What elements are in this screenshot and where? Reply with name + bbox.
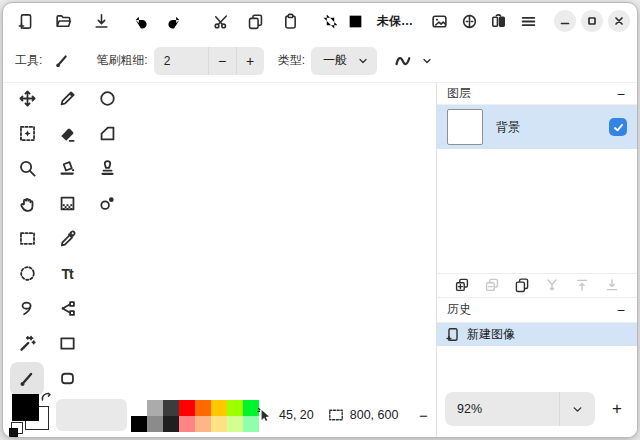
- hamburger-menu-icon: [520, 13, 537, 30]
- zoom-level-dropdown[interactable]: 92%: [445, 392, 595, 426]
- main-menu-button[interactable]: [516, 8, 540, 34]
- open-folder-icon: [55, 13, 72, 30]
- swap-colors-button[interactable]: [40, 391, 55, 406]
- toolbox-spacer: [90, 362, 124, 396]
- palette-swatch[interactable]: [147, 400, 163, 416]
- color-chooser-button[interactable]: [56, 399, 127, 431]
- merge-layer-button[interactable]: [543, 276, 561, 294]
- save-button[interactable]: [89, 8, 113, 34]
- stroke-style-chevron[interactable]: [419, 48, 435, 74]
- tool-region-select[interactable]: [10, 117, 44, 151]
- raise-layer-icon: [574, 277, 590, 293]
- tool-free-select[interactable]: [10, 292, 44, 326]
- palette-swatch[interactable]: [163, 416, 179, 432]
- canvas-size-value: 800, 600: [350, 408, 399, 422]
- cursor-position-value: 45, 20: [279, 408, 314, 422]
- stroke-style-button[interactable]: [389, 48, 419, 74]
- foreground-color-swatch[interactable]: [12, 394, 39, 421]
- copy-button[interactable]: [243, 8, 267, 34]
- palette-swatch[interactable]: [195, 416, 211, 432]
- tool-text[interactable]: Tt: [50, 257, 84, 291]
- brush-type-dropdown[interactable]: 一般: [311, 47, 377, 75]
- color-palette: [131, 400, 259, 432]
- paste-button[interactable]: [278, 8, 302, 34]
- palette-swatch[interactable]: [147, 416, 163, 432]
- tool-zoom[interactable]: [10, 152, 44, 186]
- layers-collapse-button[interactable]: −: [615, 86, 627, 102]
- tool-ellipse-select[interactable]: [10, 257, 44, 291]
- minimize-button[interactable]: [554, 10, 576, 32]
- layer-visible-checkbox[interactable]: [609, 118, 627, 136]
- tool-shape[interactable]: [90, 117, 124, 151]
- brush-size-decrease-button[interactable]: −: [208, 47, 236, 75]
- tool-stamp[interactable]: [90, 152, 124, 186]
- tool-pan[interactable]: [10, 187, 44, 221]
- maximize-button[interactable]: [581, 10, 603, 32]
- palette-swatch[interactable]: [211, 400, 227, 416]
- current-tool-button[interactable]: [50, 48, 74, 74]
- palette-swatch[interactable]: [227, 400, 243, 416]
- brush-size-value[interactable]: 2: [154, 54, 208, 68]
- redo-icon: [165, 13, 182, 30]
- tool-rect-select[interactable]: [10, 222, 44, 256]
- close-button[interactable]: [608, 10, 630, 32]
- tool-path[interactable]: [50, 292, 84, 326]
- duplicate-layer-button[interactable]: [513, 276, 531, 294]
- tool-pencil[interactable]: [50, 82, 84, 116]
- palette-swatch[interactable]: [179, 400, 195, 416]
- tool-move[interactable]: [10, 82, 44, 116]
- palette-swatch[interactable]: [131, 400, 147, 416]
- tool-fill[interactable]: [50, 152, 84, 186]
- toolbox-spacer: [90, 292, 124, 326]
- image-properties-button[interactable]: [427, 8, 451, 34]
- canvas-size-icon: [328, 407, 344, 423]
- pages-icon: [490, 13, 507, 30]
- canvas-area[interactable]: [133, 83, 436, 393]
- zoom-out-button[interactable]: −: [412, 404, 434, 426]
- tool-pattern-fill[interactable]: [50, 187, 84, 221]
- open-button[interactable]: [51, 8, 75, 34]
- toolbox-spacer: [90, 257, 124, 291]
- palette-swatch[interactable]: [195, 400, 211, 416]
- tool-color-picker[interactable]: [50, 222, 84, 256]
- cut-button[interactable]: [209, 8, 233, 34]
- lower-layer-button[interactable]: [603, 276, 621, 294]
- pages-button[interactable]: [486, 8, 510, 34]
- layer-row[interactable]: 背景: [437, 105, 637, 149]
- tool-rounded-rectangle[interactable]: [50, 362, 84, 396]
- palette-swatch[interactable]: [211, 416, 227, 432]
- palette-swatch[interactable]: [179, 416, 195, 432]
- tool-brush[interactable]: [10, 362, 44, 396]
- undo-button[interactable]: [129, 8, 153, 34]
- raise-layer-button[interactable]: [573, 276, 591, 294]
- tool-rectangle[interactable]: [50, 327, 84, 361]
- toolbox-spacer: [90, 222, 124, 256]
- default-colors-button-fg[interactable]: [9, 428, 18, 437]
- tool-ellipse[interactable]: [90, 82, 124, 116]
- palette-swatch[interactable]: [163, 400, 179, 416]
- new-image-button[interactable]: [13, 8, 37, 34]
- add-layer-icon: [454, 277, 470, 293]
- palette-swatch[interactable]: [227, 416, 243, 432]
- layer-thumbnail: [447, 109, 483, 145]
- crop-button[interactable]: [318, 8, 342, 34]
- crop-icon: [322, 13, 339, 30]
- scale-button[interactable]: [343, 8, 367, 34]
- maximize-icon: [586, 15, 598, 27]
- brush-size-increase-button[interactable]: +: [236, 47, 264, 75]
- zoom-dropdown-chevron[interactable]: [559, 392, 595, 426]
- adjustments-button[interactable]: [457, 8, 481, 34]
- brush-size-spinner: 2 − +: [154, 47, 264, 75]
- add-layer-button[interactable]: [453, 276, 471, 294]
- tool-color-circles[interactable]: [90, 187, 124, 221]
- history-item[interactable]: 新建图像: [437, 323, 637, 346]
- tool-magic-wand[interactable]: [10, 327, 44, 361]
- palette-swatch[interactable]: [131, 416, 147, 432]
- redo-button[interactable]: [161, 8, 185, 34]
- history-item-label: 新建图像: [467, 326, 515, 343]
- history-collapse-button[interactable]: −: [615, 302, 627, 318]
- merge-layers-icon: [544, 277, 560, 293]
- zoom-in-button[interactable]: +: [605, 397, 629, 421]
- tool-eraser[interactable]: [50, 117, 84, 151]
- remove-layer-button[interactable]: [483, 276, 501, 294]
